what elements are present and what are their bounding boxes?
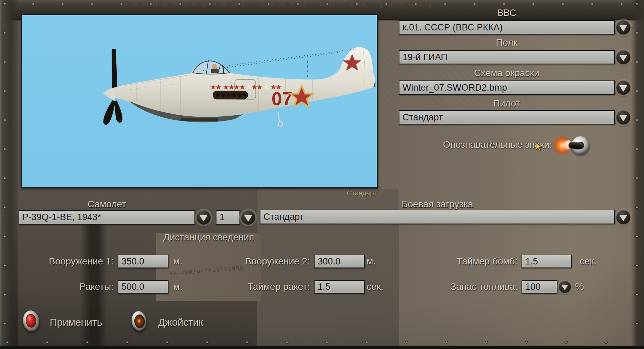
aircraft-preview: 07 — [21, 14, 378, 188]
joystick-button-label: Джойстик — [158, 317, 203, 328]
fuel-dropdown-arrow[interactable] — [559, 281, 571, 293]
chevron-down-icon — [620, 115, 627, 121]
arming-screen: компоновочная схема Ил-2М (1943) vk.com/… — [0, 0, 644, 349]
bomb-timer-label: Таймер бомб: — [417, 256, 518, 267]
bomb-timer-unit: сек. — [580, 256, 597, 267]
red-button-cap-icon — [22, 309, 40, 332]
rockets-unit: м. — [173, 281, 182, 292]
tactical-number: 07 — [272, 88, 293, 109]
top-rivet-row — [1, 2, 630, 6]
rocket-timer-label: Таймер ракет: — [210, 281, 310, 292]
airforce-label: ВВС — [439, 7, 574, 18]
regiment-label: Полк — [439, 37, 574, 48]
mouse-cursor-icon — [535, 142, 545, 152]
aircraft-dropdown-arrow[interactable] — [197, 210, 211, 225]
pilot-label: Пилот — [439, 98, 574, 109]
weapon1-unit: м. — [173, 256, 182, 267]
loadout-dropdown[interactable]: Стандарт — [260, 210, 615, 224]
regiment-dropdown-arrow[interactable] — [616, 50, 630, 64]
weapon1-label: Вооружение 1: — [14, 256, 114, 267]
chevron-down-icon — [200, 215, 207, 222]
rocket-timer-input[interactable] — [314, 280, 365, 294]
pilot-dropdown-arrow[interactable] — [616, 110, 630, 124]
aircraft-count-input[interactable] — [216, 210, 240, 225]
regiment-dropdown[interactable]: 19-й ГИАП — [399, 50, 615, 64]
airforce-dropdown-arrow[interactable] — [616, 20, 630, 34]
convergence-title: Дистанция сведения — [141, 232, 276, 243]
loadout-label: Боевая загрузка — [370, 199, 505, 210]
aircraft-dropdown[interactable]: P-39Q-1-BE, 1943* — [19, 210, 195, 225]
bottom-rivet-row — [5, 340, 639, 345]
chevron-down-icon — [620, 55, 627, 61]
left-rivet-column — [2, 1, 7, 344]
rockets-label: Ракеты: — [14, 281, 114, 292]
chevron-down-icon — [245, 215, 252, 222]
weapon2-input[interactable] — [314, 255, 365, 268]
markings-label: Опознавательные знаки: — [389, 139, 552, 150]
aircraft-side-view: 07 — [22, 15, 377, 187]
aircraft-count-arrow[interactable] — [241, 210, 255, 225]
chevron-down-icon — [562, 285, 568, 290]
chevron-down-icon — [620, 25, 627, 31]
skin-dropdown[interactable]: Winter_07.SWORD2.bmp — [399, 80, 615, 95]
skin-dropdown-arrow[interactable] — [616, 80, 630, 95]
pilot-dropdown[interactable]: Стандарт — [399, 110, 615, 124]
apply-button-label: Применить — [50, 317, 102, 328]
joystick-button[interactable]: Джойстик — [132, 311, 240, 335]
weapon2-label: Вооружение 2: — [210, 256, 310, 267]
chevron-down-icon — [620, 215, 627, 221]
fuel-unit: % — [575, 281, 584, 292]
weapon2-unit: м. — [367, 256, 376, 267]
rockets-input[interactable] — [118, 280, 168, 294]
skin-label: Схема окраски — [439, 68, 574, 78]
preview-caption: Стандарт — [318, 189, 377, 197]
aircraft-label: Самолет — [39, 199, 175, 210]
weapon1-input[interactable] — [118, 255, 168, 268]
right-rivet-column — [635, 1, 639, 344]
fuel-input[interactable] — [522, 280, 557, 294]
amber-button-cap-icon — [131, 310, 148, 332]
loadout-dropdown-arrow[interactable] — [616, 210, 630, 224]
toggle-lever-icon — [568, 141, 582, 149]
fuel-label: Запас топлива: — [417, 281, 518, 292]
frame-bottom-strip — [0, 346, 644, 349]
rocket-timer-unit: сек. — [367, 281, 384, 292]
chevron-down-icon — [620, 86, 627, 92]
airforce-dropdown[interactable]: к.01. СССР (ВВС РККА) — [399, 20, 615, 34]
apply-button[interactable]: Применить — [23, 310, 131, 334]
markings-toggle[interactable] — [553, 134, 592, 156]
bomb-timer-input[interactable] — [522, 255, 572, 268]
